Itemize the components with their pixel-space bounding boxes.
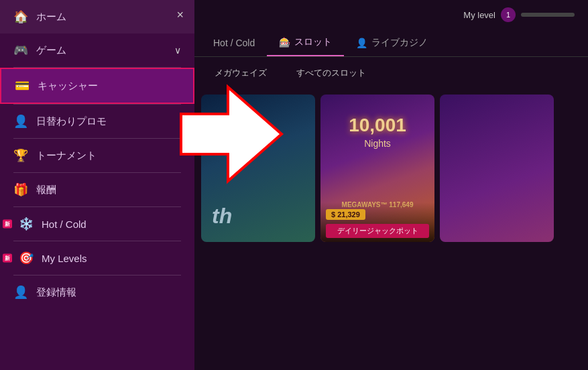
jackpot-amount: $ 21,329 (326, 209, 365, 220)
jackpot-badge: $ 21,329 デイリージャックポット (320, 202, 434, 242)
live-casino-icon: 👤 (356, 38, 367, 48)
sidebar-item-registration[interactable]: 👤 登録情報 (0, 275, 194, 309)
sidebar-item-label: My Levels (42, 253, 181, 264)
sidebar-item-label: 日替わりプロモ (36, 115, 181, 128)
games-icon: 🎮 (13, 43, 28, 58)
tab-slots[interactable]: 🎰 スロット (267, 29, 344, 56)
subtab-label: メガウェイズ (215, 68, 267, 78)
sidebar-item-games[interactable]: 🎮 ゲーム ∨ (0, 34, 194, 67)
sidebar-item-label: 報酬 (36, 184, 181, 196)
level-progress-bar (521, 13, 575, 17)
sidebar-item-daily-promo[interactable]: 👤 日替わりプロモ (0, 105, 194, 138)
game-grid: th 10,001 Nights MEGAWAYS™ 117,649 $ 21,… (194, 89, 588, 370)
new-badge: 新 (3, 254, 12, 263)
tab-label: ライブカジノ (371, 37, 428, 49)
nights-label: Nights (364, 138, 391, 149)
tab-hot-cold[interactable]: Hot / Cold (201, 31, 267, 55)
levels-icon: 🎯 (19, 251, 34, 265)
subtab-megaways[interactable]: メガウェイズ (202, 62, 279, 84)
nights-number: 10,001 (349, 115, 406, 136)
game-card[interactable]: th (201, 95, 315, 242)
jackpot-label: デイリージャックポット (326, 224, 429, 238)
cashier-icon: 💳 (15, 78, 30, 93)
sidebar-item-my-levels[interactable]: 新 🎯 My Levels (0, 241, 194, 275)
my-level-section: My level 1 (463, 7, 575, 22)
top-bar: My level 1 (194, 0, 588, 29)
my-level-label: My level (463, 10, 495, 20)
tab-live-casino[interactable]: 👤 ライブカジノ (344, 30, 440, 56)
sidebar-item-label: トーナメント (36, 149, 181, 162)
user-icon: 👤 (13, 285, 28, 300)
level-badge: 1 (501, 7, 516, 22)
game-card[interactable]: 10,001 Nights MEGAWAYS™ 117,649 $ 21,329… (320, 95, 434, 242)
slots-icon: 🎰 (279, 37, 290, 48)
tab-label: Hot / Cold (213, 38, 255, 48)
tab-label: スロット (294, 36, 332, 48)
chevron-down-icon: ∨ (174, 45, 181, 56)
level-number: 1 (506, 11, 510, 19)
subtab-all-slots[interactable]: すべてのスロット (284, 62, 378, 84)
new-badge: 新 (3, 220, 12, 229)
sidebar-item-cashier[interactable]: 💳 キャッシャー (0, 68, 194, 104)
sidebar-item-tournament[interactable]: 🏆 トーナメント (0, 139, 194, 172)
sub-tabs: メガウェイズ すべてのスロット (194, 57, 588, 89)
sidebar-item-home[interactable]: 🏠 ホーム (0, 0, 194, 34)
game-card[interactable] (440, 95, 554, 242)
sidebar-item-label: Hot / Cold (42, 219, 181, 230)
main-content: My level 1 Hot / Cold 🎰 スロット 👤 ライブカジノ メガ… (194, 0, 588, 370)
sidebar: × 🏠 ホーム 🎮 ゲーム ∨ 💳 キャッシャー 👤 日替わりプロモ 🏆 トーナ… (0, 0, 194, 370)
subtab-label: すべてのスロット (296, 68, 366, 78)
sidebar-item-label: 登録情報 (36, 286, 181, 299)
sidebar-item-label: ホーム (36, 11, 181, 23)
sidebar-item-label: キャッシャー (38, 80, 180, 92)
sidebar-item-label: ゲーム (36, 44, 166, 57)
sidebar-item-rewards[interactable]: 🎁 報酬 (0, 173, 194, 206)
gift-icon: 🎁 (13, 182, 28, 197)
home-icon: 🏠 (13, 9, 28, 24)
game-title-partial: th (212, 204, 232, 229)
hot-cold-icon: ❄️ (19, 217, 34, 231)
nav-tabs: Hot / Cold 🎰 スロット 👤 ライブカジノ (194, 29, 588, 57)
promo-icon: 👤 (13, 114, 28, 129)
sidebar-item-hot-cold[interactable]: 新 ❄️ Hot / Cold (0, 207, 194, 241)
trophy-icon: 🏆 (13, 148, 28, 163)
